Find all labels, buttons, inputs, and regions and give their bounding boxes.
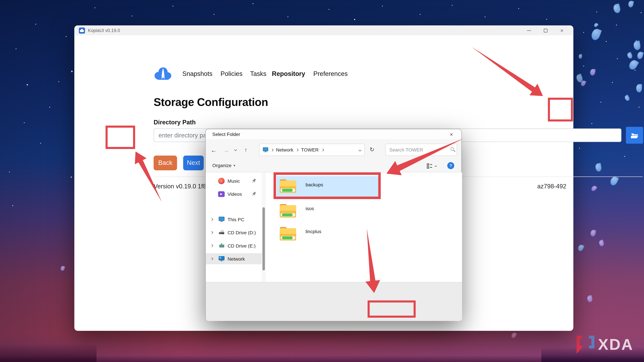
network-icon [218,255,224,262]
nav-up-icon[interactable]: ↑ [244,146,247,153]
crumb-separator-icon [296,148,299,151]
star [288,16,288,17]
star [36,24,36,25]
sidebar-item-label: Videos [228,191,242,196]
star [639,107,639,107]
folder-icon [278,225,297,242]
organize-label: Organize [212,163,232,168]
star [596,11,597,12]
star [66,36,66,37]
petal [612,3,621,14]
sidebar-item-this-pc[interactable]: This PC [206,214,262,225]
dialog-close-button[interactable]: × [443,129,460,139]
tab-repository[interactable]: Repository [272,70,305,78]
window-titlebar: KopiaUI v0.19.0 × [74,25,574,35]
star [617,58,618,59]
nav-forward-icon[interactable]: → [223,146,229,153]
petal [587,295,593,303]
dialog-title: Select Folder [212,132,240,137]
search-input[interactable] [385,144,457,156]
sidebar-scrollbar-thumb[interactable] [262,207,265,271]
desktop: KopiaUI v0.19.0 × Snapshots Policies Tas… [0,0,644,362]
star [420,14,420,15]
expand-chevron-icon[interactable] [210,257,213,260]
sidebar-item-music[interactable]: ♪ Music [206,175,262,186]
sidebar-item-cd-drive-d[interactable]: CD Drive (D:) vir [206,227,262,238]
close-button[interactable]: × [554,25,570,35]
petal [598,240,604,247]
crumb-separator-icon [321,148,324,151]
xda-bracket-left [576,336,582,354]
organize-button[interactable]: Organize ▾ [212,163,235,168]
address-dropdown-icon[interactable] [358,148,362,151]
xda-text: XDA [598,336,634,353]
petal [60,266,65,271]
pin-icon[interactable] [252,178,257,184]
star [600,102,601,103]
petal [510,332,517,339]
sidebar-item-network[interactable]: Network [206,253,262,264]
sidebar-item-label: Network [228,256,245,261]
browse-folder-button[interactable] [626,127,643,144]
sidebar-item-cd-drive-e[interactable]: CD Drive (E:) CC [206,240,262,251]
refresh-icon[interactable]: ↻ [370,146,374,153]
star [634,70,635,70]
star [624,156,625,157]
petal [636,84,642,92]
maximize-button[interactable] [537,25,554,35]
star [9,172,10,172]
window-title: KopiaUI v0.19.0 [88,28,120,33]
star [583,32,584,33]
star [27,84,28,85]
sidebar-item-videos[interactable]: ▶ Videos [206,188,262,199]
star [172,6,174,6]
petal [590,185,598,192]
breadcrumb-network[interactable]: Network [276,147,293,152]
petal [590,229,596,237]
petal [624,94,630,102]
breadcrumb-tower[interactable]: TOWER [301,147,319,152]
tab-tasks[interactable]: Tasks [250,70,266,78]
star [612,82,613,83]
version-text-right: az798-492 [537,183,566,190]
tab-snapshots[interactable]: Snapshots [182,70,212,78]
help-button[interactable]: ? [447,162,454,169]
expand-chevron-icon[interactable] [210,231,213,234]
petal [579,54,582,59]
annotation-box-next-button [106,125,135,149]
videos-icon: ▶ [218,191,224,197]
petal [626,52,633,59]
expand-chevron-icon[interactable] [210,218,213,221]
view-toggle-button[interactable] [427,163,436,169]
tab-preferences[interactable]: Preferences [314,70,348,78]
next-button[interactable]: Next [183,156,204,170]
crumb-separator-icon [271,148,274,151]
directory-path-label: Directory Path [154,119,196,126]
address-bar[interactable]: Network TOWER [259,144,364,156]
star [579,148,580,148]
star [214,14,214,15]
petal [636,51,644,60]
petal [590,68,596,76]
nav-back-icon[interactable]: ← [211,146,217,153]
petal [633,40,641,51]
star [252,3,253,4]
back-button[interactable]: Back [154,156,177,170]
minimize-button[interactable] [521,25,537,35]
star [485,16,486,17]
pin-icon[interactable] [252,191,257,197]
star [40,143,41,144]
sidebar-item-label: CD Drive (E:) CC [228,243,257,248]
star [58,81,59,82]
close-icon: × [450,131,453,137]
star [382,6,383,6]
sidebar-item-label: This PC [228,217,244,222]
dialog-footer: Folder: Select Folder Cancel [206,282,462,321]
music-icon: ♪ [218,177,224,184]
xda-watermark: XDA [574,333,639,357]
view-toggle-icon [427,163,432,169]
expand-chevron-icon[interactable] [210,244,213,247]
kopia-logo [154,66,172,81]
tab-policies[interactable]: Policies [220,70,242,78]
star [94,7,95,8]
